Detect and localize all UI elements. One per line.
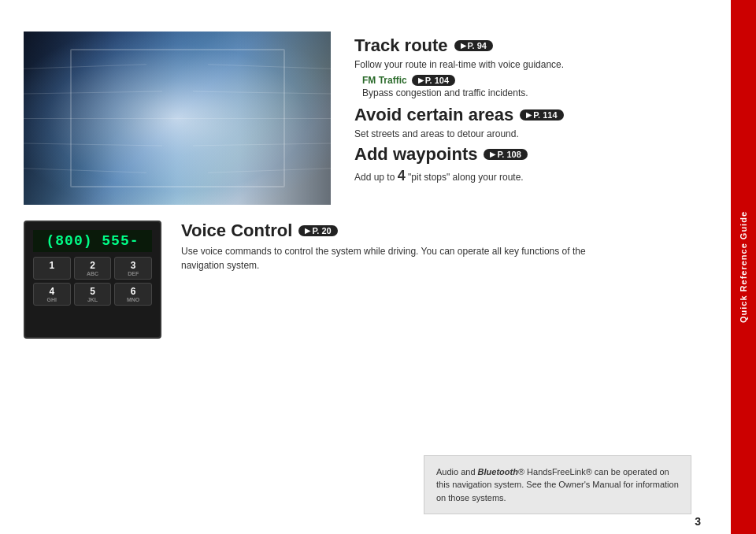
- tunnel-lines: [24, 32, 331, 205]
- add-waypoints-desc: Add up to 4 "pit stops" along your route…: [354, 168, 715, 184]
- avoid-areas-heading: Avoid certain areas P. 114: [354, 105, 715, 125]
- bypass-line: Bypass congestion and traffic incidents.: [362, 87, 715, 98]
- track-route-badge: P. 94: [454, 40, 493, 51]
- phone-display: (800) 555-: [33, 230, 152, 252]
- track-route-title: Track route: [354, 35, 448, 56]
- main-content: Track route P. 94 Follow your route in r…: [0, 0, 731, 534]
- voice-control-desc: Use voice commands to control the system…: [181, 244, 614, 273]
- fm-traffic-label: FM Traffic: [362, 75, 407, 86]
- add-waypoints-title: Add waypoints: [354, 144, 477, 165]
- add-waypoints-heading: Add waypoints P. 108: [354, 144, 715, 165]
- top-section: Track route P. 94 Follow your route in r…: [24, 32, 715, 205]
- fm-traffic-line: FM Traffic P. 104: [362, 75, 715, 86]
- tunnel-image: [24, 32, 331, 205]
- phone-key-3: 3DEF: [114, 257, 152, 280]
- phone-image: (800) 555- 1 2ABC 3DEF 4GHI 5JKL 6MNO: [24, 221, 161, 339]
- track-route-heading: Track route P. 94: [354, 35, 715, 56]
- phone-key-6: 6MNO: [114, 283, 152, 306]
- voice-control-badge: P. 20: [298, 225, 337, 236]
- add-waypoints-section: Add waypoints P. 108 Add up to 4 "pit st…: [354, 144, 715, 184]
- voice-content: Voice Control P. 20 Use voice commands t…: [181, 221, 715, 277]
- avoid-areas-title: Avoid certain areas: [354, 105, 513, 125]
- track-route-desc: Follow your route in real-time with voic…: [354, 59, 715, 70]
- phone-key-2: 2ABC: [74, 257, 112, 280]
- avoid-areas-section: Avoid certain areas P. 114 Set streets a…: [354, 105, 715, 139]
- phone-key-4: 4GHI: [33, 283, 71, 306]
- sidebar-tab: Quick Reference Guide: [731, 0, 756, 534]
- bottom-note: Audio and Bluetooth® HandsFreeLink® can …: [424, 455, 691, 515]
- avoid-areas-badge: P. 114: [520, 109, 563, 121]
- add-waypoints-badge: P. 108: [484, 149, 527, 160]
- phone-key-5: 5JKL: [74, 283, 112, 306]
- bottom-section: (800) 555- 1 2ABC 3DEF 4GHI 5JKL 6MNO Vo…: [24, 221, 715, 339]
- phone-key-1: 1: [33, 257, 71, 280]
- bluetooth-label: Bluetooth: [478, 467, 518, 477]
- bottom-note-start: Audio and: [436, 467, 478, 477]
- track-route-section: Track route P. 94 Follow your route in r…: [354, 35, 715, 98]
- right-content: Track route P. 94 Follow your route in r…: [354, 32, 715, 205]
- voice-control-title: Voice Control: [181, 221, 292, 241]
- fm-traffic-badge: P. 104: [412, 75, 455, 86]
- page-number: 3: [695, 515, 701, 528]
- avoid-areas-desc: Set streets and areas to detour around.: [354, 128, 715, 139]
- voice-control-heading: Voice Control P. 20: [181, 221, 715, 241]
- phone-keys: 1 2ABC 3DEF 4GHI 5JKL 6MNO: [33, 257, 152, 306]
- sidebar-tab-label: Quick Reference Guide: [739, 211, 748, 323]
